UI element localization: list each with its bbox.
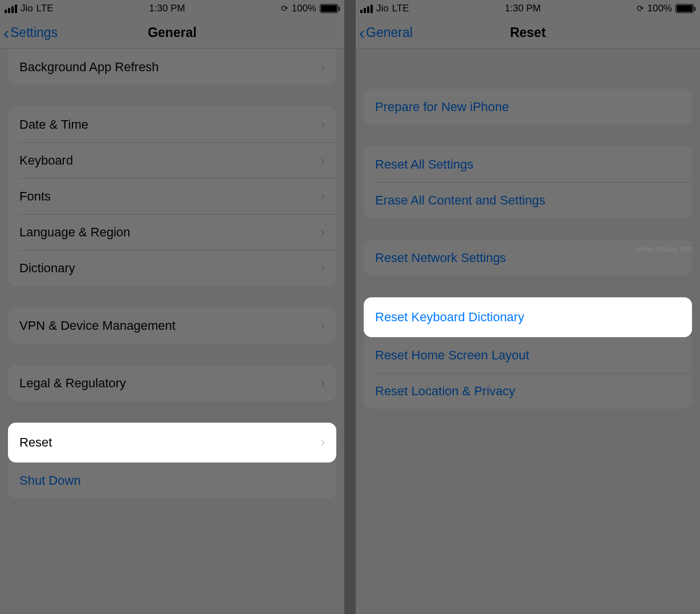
row-label: Reset Network Settings [375, 251, 506, 265]
battery-pct: 100% [648, 3, 672, 14]
battery-icon [320, 4, 340, 13]
phone-right: Jio LTE 1:30 PM ⟳ 100% ‹ General Reset P… [356, 0, 700, 614]
row-prepare-new-iphone[interactable]: Prepare for New iPhone [364, 89, 692, 125]
chevron-left-icon: ‹ [3, 24, 9, 42]
row-keyboard[interactable]: Keyboard › [8, 142, 336, 178]
reset-content: Prepare for New iPhone Reset All Setting… [356, 49, 700, 614]
row-label: Reset All Settings [375, 157, 473, 172]
chevron-right-icon: › [321, 435, 325, 450]
back-label: Settings [10, 25, 58, 40]
row-label: Erase All Content and Settings [375, 193, 545, 208]
chevron-right-icon: › [321, 225, 325, 240]
orientation-lock-icon: ⟳ [637, 3, 644, 14]
row-fonts[interactable]: Fonts › [8, 178, 336, 214]
watermark: www.deuaq.com [637, 245, 694, 253]
group-legal: Legal & Regulatory › [8, 365, 336, 401]
row-reset-keyboard-dictionary[interactable]: Reset Keyboard Dictionary [364, 297, 692, 337]
row-label: Reset Home Screen Layout [375, 348, 529, 363]
row-shutdown[interactable]: Shut Down [8, 462, 336, 498]
row-label: Keyboard [19, 153, 73, 168]
group-shutdown: Shut Down [8, 462, 336, 498]
row-bg-refresh[interactable]: Background App Refresh › [8, 49, 336, 85]
group-reset-all: Reset All Settings Erase All Content and… [364, 146, 692, 218]
row-reset-home-layout[interactable]: Reset Home Screen Layout [364, 337, 692, 373]
row-label: Language & Region [19, 225, 131, 240]
group-refresh: Background App Refresh › [8, 49, 336, 85]
row-label: Reset Keyboard Dictionary [375, 310, 524, 325]
chevron-right-icon: › [321, 261, 325, 276]
row-label: Legal & Regulatory [19, 376, 126, 391]
row-label: Background App Refresh [19, 60, 159, 75]
clock: 1:30 PM [149, 3, 185, 14]
row-vpn[interactable]: VPN & Device Management › [8, 308, 336, 343]
group-reset-highlight: Reset › [8, 423, 336, 462]
back-button[interactable]: ‹ Settings [0, 24, 58, 42]
status-bar: Jio LTE 1:30 PM ⟳ 100% [356, 0, 700, 17]
settings-content: Background App Refresh › Date & Time › K… [0, 49, 344, 614]
row-label: Fonts [19, 189, 51, 204]
row-reset-location-privacy[interactable]: Reset Location & Privacy [364, 373, 692, 409]
battery-pct: 100% [292, 3, 316, 14]
group-vpn: VPN & Device Management › [8, 308, 336, 343]
row-label: VPN & Device Management [19, 318, 176, 333]
row-label: Dictionary [19, 261, 75, 276]
row-label: Prepare for New iPhone [375, 100, 509, 114]
chevron-right-icon: › [321, 318, 325, 333]
nav-bar: ‹ General Reset [356, 17, 700, 49]
row-label: Reset [19, 435, 52, 450]
network-label: LTE [392, 3, 409, 14]
nav-bar: ‹ Settings General [0, 17, 344, 49]
battery-icon [675, 4, 695, 13]
chevron-right-icon: › [321, 60, 325, 75]
row-language-region[interactable]: Language & Region › [8, 214, 336, 250]
row-label: Reset Location & Privacy [375, 384, 515, 399]
group-device: Date & Time › Keyboard › Fonts › Languag… [8, 107, 336, 286]
signal-icon [360, 5, 373, 13]
chevron-right-icon: › [321, 376, 325, 391]
chevron-right-icon: › [321, 117, 325, 132]
row-reset[interactable]: Reset › [8, 423, 336, 462]
carrier-label: Jio [21, 3, 33, 14]
group-other-resets: Reset Home Screen Layout Reset Location … [364, 337, 692, 409]
row-reset-all-settings[interactable]: Reset All Settings [364, 146, 692, 182]
chevron-left-icon: ‹ [359, 24, 365, 42]
row-label: Date & Time [19, 117, 88, 132]
chevron-right-icon: › [321, 189, 325, 204]
row-legal[interactable]: Legal & Regulatory › [8, 365, 336, 401]
chevron-right-icon: › [321, 153, 325, 168]
row-date-time[interactable]: Date & Time › [8, 107, 336, 142]
row-label: Shut Down [19, 473, 81, 488]
row-dictionary[interactable]: Dictionary › [8, 250, 336, 286]
row-erase-all[interactable]: Erase All Content and Settings [364, 182, 692, 218]
status-bar: Jio LTE 1:30 PM ⟳ 100% [0, 0, 344, 17]
group-prepare: Prepare for New iPhone [364, 89, 692, 125]
network-label: LTE [36, 3, 54, 14]
orientation-lock-icon: ⟳ [281, 3, 288, 14]
carrier-label: Jio [376, 3, 389, 14]
clock: 1:30 PM [504, 3, 540, 14]
back-label: General [366, 25, 413, 40]
group-kb-dict-highlight: Reset Keyboard Dictionary [364, 297, 692, 337]
back-button[interactable]: ‹ General [356, 24, 413, 42]
phone-left: Jio LTE 1:30 PM ⟳ 100% ‹ Settings Genera… [0, 0, 344, 614]
signal-icon [5, 5, 17, 13]
